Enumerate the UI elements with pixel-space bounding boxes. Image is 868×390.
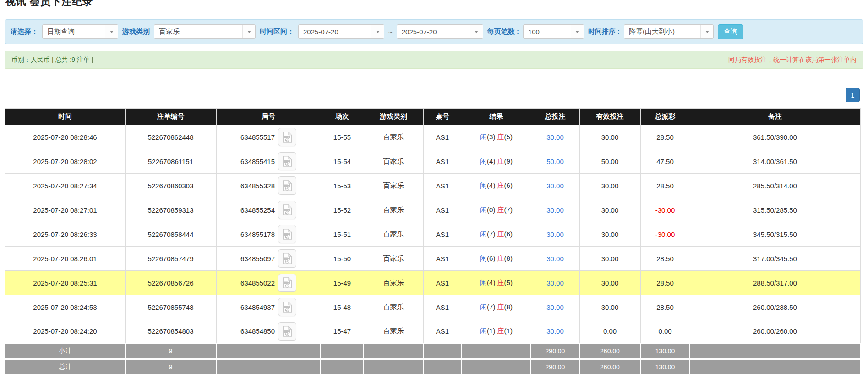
video-file-icon bbox=[282, 277, 292, 288]
banker-score: (7) bbox=[504, 206, 513, 214]
video-replay-button[interactable] bbox=[278, 322, 296, 341]
player-label: 闲 bbox=[480, 157, 487, 165]
banker-label: 庄 bbox=[497, 279, 504, 286]
cell-payout: 28.50 bbox=[640, 271, 690, 295]
time-sort-select[interactable]: 降幂(由大到小) bbox=[624, 24, 714, 39]
cell-table-no: AS1 bbox=[423, 125, 462, 149]
cell-remark: 361.50/390.00 bbox=[690, 125, 860, 149]
video-replay-button[interactable] bbox=[278, 128, 296, 146]
player-label: 闲 bbox=[480, 206, 487, 214]
filter-bar: 请选择： 日期查询 游戏类别 百家乐 时间区间： 2025-07-20 ~ 20… bbox=[5, 19, 863, 44]
empty bbox=[462, 344, 531, 359]
video-replay-button[interactable] bbox=[278, 152, 296, 170]
page-1-button[interactable]: 1 bbox=[846, 88, 860, 102]
page-size-value: 100 bbox=[524, 28, 540, 36]
video-replay-button[interactable] bbox=[278, 274, 296, 292]
banker-label: 庄 bbox=[497, 206, 504, 214]
game-type-select[interactable]: 百家乐 bbox=[154, 24, 256, 39]
banker-score: (5) bbox=[504, 279, 513, 286]
empty bbox=[364, 344, 423, 359]
date-from-value: 2025-07-20 bbox=[299, 28, 338, 36]
cell-valid-bet: 30.00 bbox=[579, 198, 640, 222]
cell-remark: 260.00/288.50 bbox=[690, 295, 860, 319]
cell-payout: -30.00 bbox=[640, 222, 690, 247]
round-id-text: 634855415 bbox=[240, 158, 275, 165]
subtotal-row: 小计9290.00260.00130.00 bbox=[5, 344, 860, 359]
cell-total-bet[interactable]: 30.00 bbox=[531, 174, 579, 198]
cell-round-id: 634854937 bbox=[216, 295, 321, 319]
round-id-text: 634854850 bbox=[240, 327, 275, 335]
video-replay-button[interactable] bbox=[278, 176, 296, 195]
video-replay-button[interactable] bbox=[278, 249, 296, 268]
banker-score: (9) bbox=[504, 157, 513, 165]
cell-table-no: AS1 bbox=[423, 174, 462, 198]
cell-time: 2025-07-20 08:24:20 bbox=[5, 319, 125, 344]
game-type-label: 游戏类别 bbox=[122, 27, 150, 36]
cell-valid-bet: 30.00 bbox=[579, 222, 640, 247]
column-header: 游戏类别 bbox=[364, 109, 423, 125]
cell-total-bet[interactable]: 30.00 bbox=[531, 198, 579, 222]
time-sort-label: 时间排序 : bbox=[588, 27, 620, 36]
cell-time: 2025-07-20 08:24:53 bbox=[5, 295, 125, 319]
summary-payout: 130.00 bbox=[640, 344, 690, 359]
cell-total-bet[interactable]: 30.00 bbox=[531, 319, 579, 344]
cell-round-id: 634855022 bbox=[216, 271, 321, 295]
grand-total-row: 总计9290.00260.00130.00 bbox=[5, 360, 860, 375]
date-to-value: 2025-07-20 bbox=[397, 28, 437, 36]
cell-time: 2025-07-20 08:27:34 bbox=[5, 174, 125, 198]
pagination: 1 bbox=[0, 88, 860, 102]
time-sort-value: 降幂(由大到小) bbox=[624, 27, 675, 36]
cell-total-bet[interactable]: 30.00 bbox=[531, 271, 579, 295]
cell-total-bet[interactable]: 50.00 bbox=[531, 149, 579, 174]
player-label: 闲 bbox=[480, 279, 487, 286]
cell-valid-bet: 30.00 bbox=[579, 125, 640, 149]
player-score: (4) bbox=[487, 279, 495, 286]
cell-time: 2025-07-20 08:26:33 bbox=[5, 222, 125, 247]
caret-down-icon bbox=[242, 25, 255, 38]
date-from-select[interactable]: 2025-07-20 bbox=[298, 24, 384, 39]
page-title: 视讯 会员下注纪录 bbox=[5, 0, 868, 8]
cell-time: 2025-07-20 08:26:01 bbox=[5, 247, 125, 271]
cell-remark: 260.00/260.00 bbox=[690, 319, 860, 344]
cell-table-no: AS1 bbox=[423, 295, 462, 319]
cell-bet-id: 522670855748 bbox=[125, 295, 216, 319]
round-id-group: 634855328 bbox=[240, 176, 296, 195]
banker-label: 庄 bbox=[497, 181, 504, 189]
cell-valid-bet: 50.00 bbox=[579, 149, 640, 174]
currency-total-text: 币别：人民币 | 总共 :9 注单 | bbox=[11, 56, 93, 64]
caret-down-icon bbox=[470, 25, 483, 38]
cell-round-id: 634855254 bbox=[216, 198, 321, 222]
page-size-select[interactable]: 100 bbox=[523, 24, 584, 39]
cell-result: 闲(4) 庄(6) bbox=[462, 174, 531, 198]
video-replay-button[interactable] bbox=[278, 201, 296, 219]
summary-count: 9 bbox=[125, 360, 216, 375]
cell-game-type: 百家乐 bbox=[364, 222, 423, 247]
video-replay-button[interactable] bbox=[278, 225, 296, 243]
search-button[interactable]: 查询 bbox=[718, 24, 743, 39]
cell-result: 闲(3) 庄(5) bbox=[462, 125, 531, 149]
query-type-value: 日期查询 bbox=[43, 27, 75, 36]
empty bbox=[423, 344, 462, 359]
cell-bet-id: 522670854803 bbox=[125, 319, 216, 344]
cell-total-bet[interactable]: 30.00 bbox=[531, 247, 579, 271]
cell-total-bet[interactable]: 30.00 bbox=[531, 125, 579, 149]
column-header: 局号 bbox=[216, 109, 321, 125]
banker-label: 庄 bbox=[497, 303, 504, 311]
column-header: 有效投注 bbox=[579, 109, 640, 125]
cell-valid-bet: 30.00 bbox=[579, 247, 640, 271]
video-file-icon bbox=[282, 204, 292, 215]
cell-total-bet[interactable]: 30.00 bbox=[531, 295, 579, 319]
cell-total-bet[interactable]: 30.00 bbox=[531, 222, 579, 247]
player-score: (7) bbox=[487, 230, 495, 238]
cell-game-type: 百家乐 bbox=[364, 247, 423, 271]
cell-valid-bet: 30.00 bbox=[579, 271, 640, 295]
player-label: 闲 bbox=[480, 327, 487, 335]
caret-down-icon bbox=[571, 25, 584, 38]
video-replay-button[interactable] bbox=[278, 298, 296, 316]
cell-table-no: AS1 bbox=[423, 198, 462, 222]
query-type-select[interactable]: 日期查询 bbox=[42, 24, 118, 39]
date-to-select[interactable]: 2025-07-20 bbox=[397, 24, 483, 39]
banker-score: (6) bbox=[504, 230, 513, 238]
cell-time: 2025-07-20 08:25:31 bbox=[5, 271, 125, 295]
column-header: 结果 bbox=[462, 109, 531, 125]
